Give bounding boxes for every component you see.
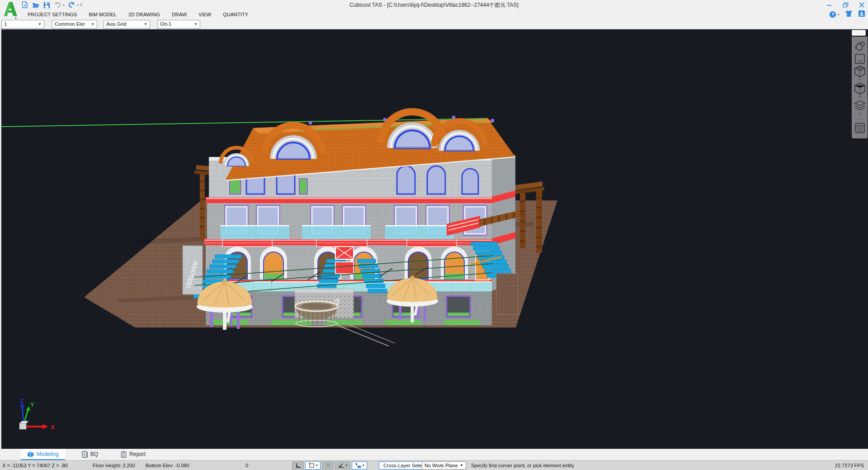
menu-2d-drawing[interactable]: 2D DRAWING: [123, 10, 166, 19]
tab-bq-label: BQ: [90, 451, 98, 457]
schedule-table-tool[interactable]: [854, 122, 866, 134]
tab-report-label: Report: [129, 451, 146, 457]
element-type-dropdown[interactable]: Common Eler ▼: [52, 20, 97, 28]
svg-text:?: ?: [831, 12, 834, 17]
layers-tool[interactable]: [854, 100, 866, 112]
menu-bar: PROJECT SETTINGS BIM MODEL 2D DRAWING DR…: [0, 10, 868, 19]
3d-scene[interactable]: 1500x3000: [0, 29, 868, 449]
theme-skin-button[interactable]: [845, 10, 853, 19]
menu-bim-model[interactable]: BIM MODEL: [83, 10, 123, 19]
chevron-down-icon: ▼: [192, 22, 198, 26]
fps-readout: 22.7273 FPS: [835, 461, 864, 470]
orbit-tool[interactable]: [854, 40, 866, 52]
bottom-elevation-readout: Bottom Elev: -0.080: [146, 461, 189, 470]
menu-project-settings[interactable]: PROJECT SETTINGS: [22, 10, 83, 19]
chevron-down-icon: ▼: [460, 463, 463, 467]
download-icon: [858, 10, 865, 17]
window-title: Cubicost TAS - [C:\Users\liyq-f\Desktop\…: [0, 0, 868, 10]
selection-count: 0: [245, 461, 248, 470]
axis-y-label: Y: [30, 401, 34, 408]
minimize-button[interactable]: [825, 1, 834, 9]
floor-select-dropdown[interactable]: 1 ▼: [1, 20, 44, 28]
floor-height-readout: Floor Height: 3.200: [93, 461, 135, 470]
download-update-button[interactable]: [858, 10, 865, 19]
context-toolbar: 1 ▼ Common Eler ▼ Axis Grid ▼ Ort-1 ▼: [0, 19, 868, 29]
right-panel-cap[interactable]: [852, 30, 866, 36]
layers-dropdown-caret[interactable]: ▾: [859, 113, 860, 116]
chevron-down-icon: ▼: [89, 22, 94, 26]
axis-x-label: X: [51, 424, 55, 431]
command-prompt: Specify first corner point, or pick elem…: [471, 461, 574, 470]
element-name-dropdown[interactable]: Ort-1 ▼: [157, 20, 200, 28]
help-dropdown-caret[interactable]: ▾: [838, 13, 840, 17]
tab-bq[interactable]: BQ: [75, 449, 104, 460]
element-type-value: Common Eler: [55, 21, 85, 27]
modeling-cube-icon: [27, 451, 34, 458]
pick-box-icon: [308, 462, 315, 468]
cubicost-logo-icon: [3, 1, 18, 19]
floor-select-value: 1: [4, 21, 7, 27]
view-tool-strip: 2D ▾ ▾ ▾: [852, 37, 868, 138]
application-window: ▾ ▾ ▾‾ Cubicost TAS - [C:\Users\liyq-f\D…: [0, 0, 868, 470]
help-button[interactable]: ? ▾: [829, 11, 840, 18]
bq-document-icon: [81, 451, 88, 458]
ortho-icon: [295, 462, 302, 468]
chevron-down-icon: ▼: [142, 22, 147, 26]
snap-point-icon: [354, 462, 361, 468]
window-controls: [825, 0, 866, 10]
workspace-tab-bar: Modeling BQ Report: [0, 449, 868, 460]
chevron-down-icon: ▾: [316, 463, 317, 467]
view-2d-tool[interactable]: 2D: [854, 53, 866, 65]
element-name-value: Ort-1: [160, 21, 171, 27]
model-viewport[interactable]: 1500x3000: [0, 29, 868, 449]
svg-text:2D: 2D: [858, 59, 862, 63]
title-bar: ▾ ▾ ▾‾ Cubicost TAS - [C:\Users\liyq-f\D…: [0, 0, 868, 10]
cross-snap-button[interactable]: [322, 461, 334, 470]
app-logo-menu[interactable]: [3, 1, 18, 19]
angle-snap-button[interactable]: ▾: [335, 461, 350, 470]
pick-box-button[interactable]: ▾: [305, 461, 321, 470]
snap-point-button[interactable]: ▾: [352, 461, 367, 470]
menu-draw[interactable]: DRAW: [166, 10, 193, 19]
chevron-down-icon: ▼: [36, 22, 42, 26]
shaded-view-tool[interactable]: [854, 66, 866, 77]
wireframe-view-dropdown-caret[interactable]: ▾: [859, 95, 860, 99]
cursor-coordinates: X = -11053 Y = 74067 Z = -80: [2, 461, 68, 470]
chevron-down-icon: ▾: [362, 463, 364, 467]
menu-view[interactable]: VIEW: [193, 10, 217, 19]
axis-z-label: Z: [20, 398, 24, 404]
report-clipboard-icon: [121, 451, 127, 458]
cross-lines-icon: [325, 462, 331, 468]
tab-modeling-label: Modeling: [37, 451, 59, 457]
work-plane-dropdown[interactable]: No Work Plane ▼: [422, 461, 466, 470]
tshirt-icon: [845, 10, 853, 17]
element-category-dropdown[interactable]: Axis Grid ▼: [104, 20, 150, 28]
restore-button[interactable]: [841, 1, 850, 9]
tab-modeling[interactable]: Modeling: [21, 449, 65, 460]
tab-report[interactable]: Report: [114, 449, 152, 460]
wireframe-view-tool[interactable]: [854, 83, 866, 95]
angle-icon: [338, 462, 344, 468]
work-plane-value: No Work Plane: [425, 463, 458, 468]
tool-strip-divider: [855, 119, 865, 119]
shaded-view-dropdown-caret[interactable]: ▾: [859, 78, 860, 82]
close-button[interactable]: [857, 1, 866, 9]
element-category-value: Axis Grid: [106, 21, 127, 27]
chevron-down-icon: ▾: [345, 463, 347, 467]
menu-quantity[interactable]: QUANTITY: [217, 10, 254, 19]
stair-pillar[interactable]: 1500x3000: [183, 246, 203, 294]
status-bar: X = -11053 Y = 74067 Z = -80 Floor Heigh…: [0, 460, 868, 470]
help-icon: ?: [829, 11, 836, 18]
ortho-mode-button[interactable]: [292, 461, 304, 470]
